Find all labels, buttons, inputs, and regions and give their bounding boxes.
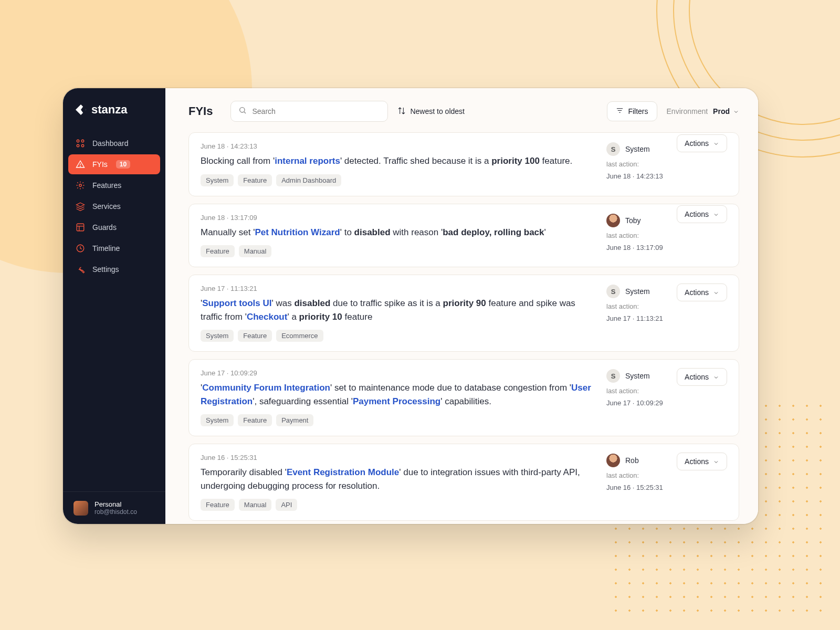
actor-name: System bbox=[625, 145, 650, 153]
tag: API bbox=[276, 499, 297, 511]
avatar bbox=[606, 454, 620, 467]
tag: Feature bbox=[201, 499, 235, 511]
sidebar-item-settings[interactable]: Settings bbox=[68, 259, 160, 279]
chevron-down-icon bbox=[713, 289, 719, 296]
card-actor: Rob bbox=[606, 454, 669, 467]
sidebar-item-fyis[interactable]: FYIs10 bbox=[68, 154, 160, 174]
tag: Feature bbox=[201, 245, 235, 257]
system-avatar: S bbox=[606, 285, 620, 298]
avatar bbox=[74, 501, 88, 516]
sidebar-item-timeline[interactable]: Timeline bbox=[68, 238, 160, 258]
svg-rect-8 bbox=[77, 224, 84, 231]
sort-icon bbox=[397, 107, 406, 117]
layers-icon bbox=[76, 202, 85, 211]
account-name: Personal bbox=[94, 500, 137, 508]
alert-icon bbox=[76, 160, 85, 169]
tag: System bbox=[201, 174, 234, 186]
svg-marker-7 bbox=[77, 203, 85, 207]
sidebar-item-services[interactable]: Services bbox=[68, 196, 160, 216]
svg-point-12 bbox=[240, 108, 245, 112]
svg-point-3 bbox=[81, 144, 84, 147]
actions-button[interactable]: Actions bbox=[677, 368, 727, 386]
tag: Feature bbox=[238, 330, 272, 342]
brand-name: stanza bbox=[91, 103, 127, 117]
card-tags: FeatureManualAPI bbox=[201, 499, 594, 511]
actor-name: System bbox=[625, 372, 650, 380]
actor-name: System bbox=[625, 287, 650, 296]
chevron-down-icon bbox=[733, 108, 739, 114]
search-icon bbox=[238, 106, 247, 117]
tag: Manual bbox=[239, 245, 272, 257]
last-action-time: June 18 · 13:17:09 bbox=[606, 244, 669, 251]
card-actor: SSystem bbox=[606, 369, 669, 383]
svg-point-1 bbox=[81, 140, 84, 142]
last-action-time: June 18 · 14:23:13 bbox=[606, 172, 669, 180]
avatar bbox=[606, 214, 620, 227]
tag: Manual bbox=[239, 499, 272, 511]
actions-button[interactable]: Actions bbox=[677, 134, 727, 152]
wrench-icon bbox=[76, 265, 85, 274]
sidebar-nav: DashboardFYIs10FeaturesServicesGuardsTim… bbox=[63, 133, 165, 279]
last-action-time: June 17 · 11:13:21 bbox=[606, 314, 669, 322]
sort-toggle[interactable]: Newest to oldest bbox=[397, 107, 465, 117]
gear-icon bbox=[76, 181, 85, 190]
chevron-down-icon bbox=[713, 374, 719, 380]
last-action-time: June 17 · 10:09:29 bbox=[606, 399, 669, 407]
sidebar-item-dashboard[interactable]: Dashboard bbox=[68, 133, 160, 153]
actions-label: Actions bbox=[685, 288, 709, 297]
brand: stanza bbox=[63, 103, 165, 133]
card-tags: SystemFeaturePayment bbox=[201, 414, 594, 426]
sidebar-item-label: Dashboard bbox=[92, 139, 129, 148]
chevron-down-icon bbox=[713, 140, 719, 146]
card-message: Manually set 'Pet Nutrition Wizard' to d… bbox=[201, 226, 594, 239]
sidebar-item-label: Guards bbox=[92, 223, 117, 232]
card-timestamp: June 17 · 11:13:21 bbox=[201, 285, 594, 292]
clock-icon bbox=[76, 244, 85, 253]
last-action-time: June 16 · 15:25:31 bbox=[606, 484, 669, 491]
actions-label: Actions bbox=[685, 210, 709, 218]
tag: System bbox=[201, 330, 234, 342]
tag: Payment bbox=[276, 414, 313, 426]
sidebar-item-guards[interactable]: Guards bbox=[68, 217, 160, 237]
sidebar-item-label: Timeline bbox=[92, 244, 120, 253]
actor-name: Toby bbox=[625, 216, 641, 225]
card-message: 'Community Forum Integration' set to mai… bbox=[201, 381, 594, 408]
dashboard-icon bbox=[76, 139, 85, 148]
brand-logo-icon bbox=[76, 104, 86, 115]
card-actor: Toby bbox=[606, 214, 669, 227]
tag: System bbox=[201, 414, 234, 426]
last-action-label: last action: bbox=[606, 471, 669, 479]
svg-line-13 bbox=[244, 112, 246, 113]
actions-button[interactable]: Actions bbox=[677, 205, 727, 223]
card-message: Temporarily disabled 'Event Registration… bbox=[201, 466, 594, 492]
filters-label: Filters bbox=[628, 107, 648, 116]
environment-picker[interactable]: Environment Prod bbox=[667, 107, 739, 116]
card-tags: SystemFeatureAdmin Dashboard bbox=[201, 174, 594, 186]
fyi-card: June 16 · 15:25:31Temporarily disabled '… bbox=[188, 444, 739, 521]
actions-label: Actions bbox=[685, 373, 709, 381]
last-action-label: last action: bbox=[606, 387, 669, 395]
main-panel: FYIs Newest to oldest Filters bbox=[165, 88, 758, 524]
environment-value: Prod bbox=[713, 107, 730, 116]
card-timestamp: June 18 · 14:23:13 bbox=[201, 142, 594, 150]
card-message: 'Support tools UI' was disabled due to t… bbox=[201, 297, 594, 323]
actions-label: Actions bbox=[685, 139, 709, 148]
filter-icon bbox=[616, 107, 624, 116]
card-timestamp: June 18 · 13:17:09 bbox=[201, 214, 594, 222]
sidebar-item-label: Settings bbox=[92, 265, 119, 274]
card-tags: FeatureManual bbox=[201, 245, 594, 257]
search-input[interactable] bbox=[252, 107, 380, 116]
svg-point-0 bbox=[77, 140, 79, 142]
sidebar-item-features[interactable]: Features bbox=[68, 175, 160, 195]
account-email: rob@thisdot.co bbox=[94, 508, 137, 516]
filters-button[interactable]: Filters bbox=[607, 101, 657, 121]
tag: Feature bbox=[238, 414, 272, 426]
sidebar-account[interactable]: Personal rob@thisdot.co bbox=[63, 491, 165, 524]
card-timestamp: June 17 · 10:09:29 bbox=[201, 369, 594, 377]
fyi-list: June 18 · 14:23:13Blocking call from 'in… bbox=[165, 132, 758, 524]
search-input-wrap[interactable] bbox=[230, 101, 388, 122]
sidebar-badge: 10 bbox=[116, 160, 130, 169]
actions-button[interactable]: Actions bbox=[677, 284, 727, 301]
actions-button[interactable]: Actions bbox=[677, 453, 727, 470]
sidebar-item-label: FYIs bbox=[92, 160, 108, 169]
